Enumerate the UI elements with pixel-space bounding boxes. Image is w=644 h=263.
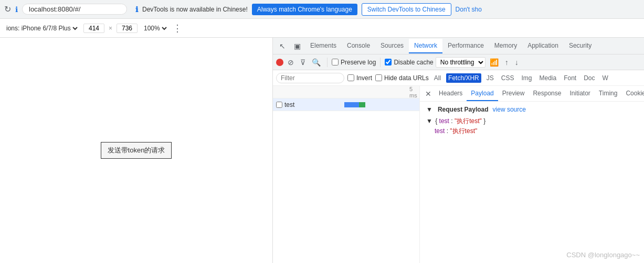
devtools-banner: ℹ DevTools is now available in Chinese! … xyxy=(131,3,640,16)
close-detail-icon[interactable]: ✕ xyxy=(422,87,435,100)
filter-img-button[interactable]: Img xyxy=(519,73,534,83)
url-bar[interactable]: localhost:8080/#/ xyxy=(22,4,127,15)
tab-console[interactable]: Console xyxy=(342,39,375,53)
json-toggle-arrow[interactable]: ▼ xyxy=(426,117,432,125)
info-dot-icon: ℹ xyxy=(135,5,138,14)
wifi-icon[interactable]: 📶 xyxy=(488,57,501,68)
tab-initiator[interactable]: Initiator xyxy=(565,86,594,101)
width-input[interactable] xyxy=(83,24,104,33)
device-select[interactable]: ions: iPhone 6/7/8 Plus xyxy=(4,24,79,32)
disable-cache-label[interactable]: Disable cache xyxy=(385,59,433,66)
send-token-button[interactable]: 发送带token的请求 xyxy=(101,142,172,159)
watermark: CSDN @longlongago~~ xyxy=(566,251,640,259)
download-icon[interactable]: ↓ xyxy=(513,57,521,68)
main-layout: 发送带token的请求 ↖ ▣ Elements Console Sources… xyxy=(0,38,644,263)
json-value-test: "执行test" xyxy=(455,117,482,125)
info-icon: ℹ xyxy=(15,5,18,14)
tab-timing[interactable]: Timing xyxy=(595,86,622,101)
top-bar: ↻ ℹ localhost:8080/#/ ℹ DevTools is now … xyxy=(0,0,644,19)
request-item-row[interactable]: test xyxy=(273,98,419,111)
tab-network[interactable]: Network xyxy=(409,39,442,53)
filter-icon-button[interactable]: ⊽ xyxy=(298,57,308,68)
cursor-icon[interactable]: ↖ xyxy=(275,40,290,52)
invert-checkbox[interactable] xyxy=(347,74,354,81)
separator-2 xyxy=(380,58,381,67)
request-detail: ✕ Headers Payload Preview Response Initi… xyxy=(420,86,644,263)
waterfall-bar xyxy=(344,102,365,107)
waterfall-bar-waiting xyxy=(344,102,359,107)
filter-css-button[interactable]: CSS xyxy=(499,73,516,83)
request-item-name: test xyxy=(284,101,294,108)
separator-1 xyxy=(327,58,328,67)
throttle-select[interactable]: No throttling Fast 3G Slow 3G Offline xyxy=(436,57,485,68)
filter-all-button[interactable]: All xyxy=(432,73,443,83)
marker-5ms: 5 ms xyxy=(409,86,417,98)
json-value-inner: "执行test" xyxy=(450,127,477,135)
devtools-panel: ↖ ▣ Elements Console Sources Network Per… xyxy=(273,38,644,263)
hide-data-label[interactable]: Hide data URLs xyxy=(375,74,429,82)
preserve-log-label[interactable]: Preserve log xyxy=(332,59,376,66)
tab-application[interactable]: Application xyxy=(522,39,564,53)
json-close-brace: } xyxy=(483,117,485,125)
json-colon: : xyxy=(451,117,455,125)
request-item-checkbox[interactable] xyxy=(276,102,282,108)
filter-media-button[interactable]: Media xyxy=(537,73,558,83)
json-key-test: test xyxy=(439,117,449,125)
network-toolbar: ⊘ ⊽ 🔍 Preserve log Disable cache No thro… xyxy=(273,54,644,70)
tab-cookies[interactable]: Cookies xyxy=(621,86,644,101)
invert-label[interactable]: Invert xyxy=(347,74,372,82)
filter-doc-button[interactable]: Doc xyxy=(582,73,597,83)
payload-section-title: ▼ Request Payload view source xyxy=(426,106,638,113)
tab-sources[interactable]: Sources xyxy=(375,39,409,53)
tab-headers[interactable]: Headers xyxy=(435,86,467,101)
detail-content: ▼ Request Payload view source ▼ { test :… xyxy=(420,102,644,263)
match-language-button[interactable]: Always match Chrome's language xyxy=(252,4,357,15)
waterfall-cell xyxy=(341,98,419,111)
tab-memory[interactable]: Memory xyxy=(489,39,522,53)
webpage-preview: 发送带token的请求 xyxy=(0,38,273,263)
filter-fetch-xhr-button[interactable]: Fetch/XHR xyxy=(446,73,481,83)
json-line-1: ▼ { test : "执行test" } xyxy=(426,116,638,126)
upload-icon[interactable]: ↑ xyxy=(503,57,511,68)
tab-preview[interactable]: Preview xyxy=(498,86,529,101)
record-button[interactable] xyxy=(276,59,283,66)
filter-input[interactable] xyxy=(276,73,344,83)
json-line-2: test : "执行test" xyxy=(426,126,638,136)
tab-elements[interactable]: Elements xyxy=(305,39,342,53)
view-source-link[interactable]: view source xyxy=(493,106,526,113)
clear-button[interactable]: ⊘ xyxy=(286,57,296,68)
filter-js-button[interactable]: JS xyxy=(484,73,496,83)
filter-bar: Invert Hide data URLs All Fetch/XHR JS C… xyxy=(273,70,644,86)
device-toolbar: ions: iPhone 6/7/8 Plus × 100% ⋮ xyxy=(0,19,644,38)
devtools-tabs: ↖ ▣ Elements Console Sources Network Per… xyxy=(273,38,644,54)
request-name-cell[interactable]: test xyxy=(273,101,341,108)
tab-performance[interactable]: Performance xyxy=(442,39,489,53)
tab-response[interactable]: Response xyxy=(529,86,565,101)
height-input[interactable] xyxy=(117,24,138,33)
zoom-select[interactable]: 100% xyxy=(142,24,168,32)
timeline-markers: 5 ms 10 ms 15 ms 20 ms 25 ms 30 ms 35 ms… xyxy=(409,86,419,98)
filter-ws-button[interactable]: W xyxy=(600,73,610,83)
reload-icon[interactable]: ↻ xyxy=(4,4,11,14)
more-options-icon[interactable]: ⋮ xyxy=(173,23,182,34)
dimension-separator: × xyxy=(109,25,112,32)
tab-payload[interactable]: Payload xyxy=(467,86,498,101)
preserve-log-checkbox[interactable] xyxy=(332,59,339,65)
request-list-panel: 5 ms 10 ms 15 ms 20 ms 25 ms 30 ms 35 ms… xyxy=(273,86,420,263)
webpage-content: 发送带token的请求 xyxy=(0,38,272,263)
dont-show-link[interactable]: Don't sho xyxy=(456,6,482,13)
disable-cache-checkbox[interactable] xyxy=(385,59,392,65)
waterfall-bar-receiving xyxy=(359,102,365,107)
request-area: 5 ms 10 ms 15 ms 20 ms 25 ms 30 ms 35 ms… xyxy=(273,86,644,263)
json-key-inner: test xyxy=(435,127,445,135)
search-button[interactable]: 🔍 xyxy=(310,57,323,68)
hide-data-checkbox[interactable] xyxy=(375,74,382,81)
device-icon[interactable]: ▣ xyxy=(290,40,305,52)
filter-font-button[interactable]: Font xyxy=(562,73,578,83)
banner-text: DevTools is now available in Chinese! xyxy=(142,6,248,13)
section-title-text: Request Payload xyxy=(438,106,489,113)
switch-devtools-button[interactable]: Switch DevTools to Chinese xyxy=(362,3,451,16)
toggle-arrow-icon[interactable]: ▼ xyxy=(426,106,432,113)
detail-tabs: ✕ Headers Payload Preview Response Initi… xyxy=(420,86,644,102)
tab-security[interactable]: Security xyxy=(564,39,597,53)
